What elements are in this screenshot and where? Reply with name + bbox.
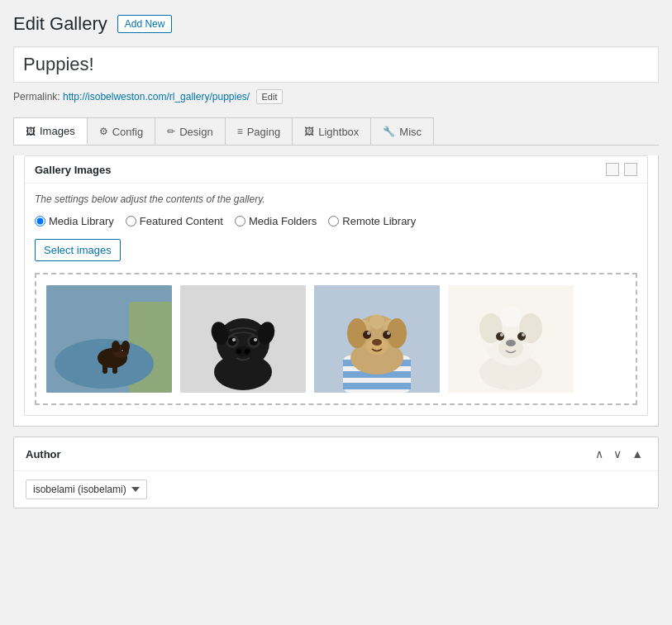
tab-config-label: Config [112, 126, 144, 138]
lightbox-tab-icon: 🖼 [304, 126, 314, 137]
gallery-image-1[interactable] [46, 285, 172, 393]
tab-paging[interactable]: ≡ Paging [225, 117, 293, 145]
author-title: Author [26, 448, 61, 460]
svg-point-44 [367, 332, 370, 335]
tab-misc-label: Misc [399, 126, 422, 138]
author-header: Author ∧ ∨ ▲ [14, 437, 658, 471]
svg-point-57 [506, 340, 516, 346]
page-header: Edit Gallery Add New [13, 13, 659, 35]
svg-point-9 [122, 350, 123, 351]
config-tab-icon: ⚙ [99, 126, 108, 137]
svg-point-45 [387, 332, 390, 335]
permalink-url[interactable]: http://isobelweston.com/rl_gallery/puppi… [63, 91, 250, 103]
permalink-edit-button[interactable]: Edit [256, 89, 284, 104]
svg-point-58 [496, 332, 504, 341]
section-header: Gallery Images [25, 156, 647, 184]
svg-point-17 [228, 337, 236, 346]
permalink-label: Permalink: [13, 91, 60, 103]
tab-config[interactable]: ⚙ Config [87, 117, 156, 145]
section-expand-icon[interactable] [606, 163, 619, 176]
radio-featured-content-input[interactable] [126, 216, 136, 227]
section-header-controls [606, 163, 637, 176]
tab-lightbox[interactable]: 🖼 Lightbox [292, 117, 371, 145]
svg-point-60 [500, 333, 503, 336]
radio-remote-library-input[interactable] [328, 216, 339, 227]
svg-point-20 [254, 338, 257, 341]
add-new-button[interactable]: Add New [117, 15, 173, 33]
page-title: Edit Gallery [13, 13, 107, 35]
svg-rect-11 [112, 365, 117, 374]
main-panel: Gallery Images The settings below adjust… [13, 155, 659, 427]
svg-point-59 [517, 332, 526, 341]
svg-point-34 [369, 314, 384, 329]
section-collapse-icon[interactable] [624, 163, 637, 176]
permalink-bar: Permalink: http://isobelweston.com/rl_ga… [13, 89, 659, 104]
tab-misc[interactable]: 🔧 Misc [370, 117, 434, 145]
radio-media-folders-input[interactable] [235, 216, 245, 227]
tab-images-label: Images [40, 125, 75, 137]
svg-point-19 [232, 338, 236, 341]
svg-point-61 [522, 333, 525, 336]
source-radio-group: Media Library Featured Content Media Fol… [35, 215, 637, 227]
svg-point-22 [236, 349, 241, 354]
gallery-image-4[interactable] [448, 285, 574, 393]
author-body: isobelami (isobelami) [14, 471, 658, 508]
tabs-bar: 🖼 Images ⚙ Config ✏ Design ≡ Paging 🖼 Li… [13, 117, 659, 146]
section-description: The settings below adjust the contents o… [35, 193, 637, 205]
author-controls: ∧ ∨ ▲ [592, 446, 646, 462]
design-tab-icon: ✏ [167, 126, 175, 137]
radio-featured-content[interactable]: Featured Content [126, 215, 223, 227]
author-collapse-down-button[interactable]: ∨ [610, 446, 625, 462]
misc-tab-icon: 🔧 [383, 126, 395, 137]
gallery-images-section: Gallery Images The settings below adjust… [24, 155, 648, 416]
radio-media-library-label: Media Library [49, 215, 114, 227]
radio-media-folders[interactable]: Media Folders [235, 215, 317, 227]
author-section: Author ∧ ∨ ▲ isobelami (isobelami) [13, 437, 659, 508]
gallery-image-3[interactable] [314, 285, 440, 393]
select-images-button[interactable]: Select images [35, 239, 121, 261]
images-tab-icon: 🖼 [26, 126, 36, 137]
radio-remote-library-label: Remote Library [342, 215, 416, 227]
author-collapse-up-button[interactable]: ∧ [592, 446, 607, 462]
svg-point-23 [245, 349, 250, 354]
tab-images[interactable]: 🖼 Images [13, 117, 88, 145]
radio-media-folders-label: Media Folders [249, 215, 317, 227]
tab-design[interactable]: ✏ Design [155, 117, 225, 145]
svg-point-50 [500, 306, 522, 327]
svg-rect-10 [102, 364, 107, 374]
svg-point-42 [363, 331, 371, 339]
radio-featured-content-label: Featured Content [140, 215, 223, 227]
author-select[interactable]: isobelami (isobelami) [26, 479, 147, 499]
section-body: The settings below adjust the contents o… [25, 184, 647, 415]
svg-point-43 [383, 331, 391, 339]
images-drop-area [35, 273, 637, 405]
gallery-image-2[interactable] [180, 285, 306, 393]
svg-point-6 [112, 341, 120, 352]
tab-paging-label: Paging [247, 126, 280, 138]
svg-point-18 [250, 337, 258, 346]
tab-design-label: Design [179, 126, 212, 138]
gallery-title-input[interactable] [13, 46, 659, 83]
svg-rect-30 [343, 383, 411, 389]
tab-lightbox-label: Lightbox [318, 126, 359, 138]
section-title: Gallery Images [35, 164, 112, 176]
author-drag-button[interactable]: ▲ [628, 446, 646, 462]
paging-tab-icon: ≡ [237, 126, 243, 137]
radio-media-library-input[interactable] [35, 216, 45, 227]
radio-remote-library[interactable]: Remote Library [328, 215, 416, 227]
radio-media-library[interactable]: Media Library [35, 215, 114, 227]
svg-point-41 [372, 339, 382, 346]
